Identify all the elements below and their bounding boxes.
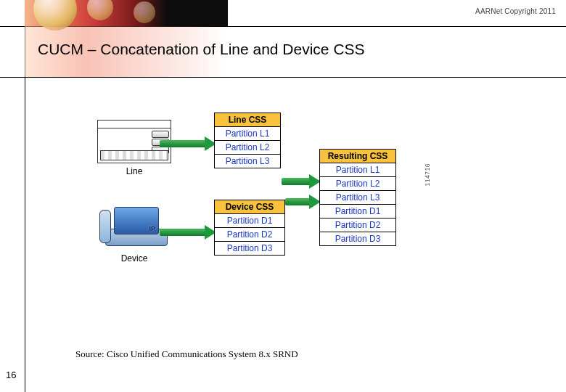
arrow-devicecss-to-result (285, 197, 321, 207)
partition-row: Partition L2 (215, 141, 280, 155)
figure-number: 114716 (424, 163, 432, 186)
partition-row: Partition D3 (215, 242, 284, 255)
partition-row: Partition D1 (215, 214, 284, 228)
partition-row: Partition D2 (320, 219, 395, 232)
resulting-css-block: Resulting CSS Partition L1 Partition L2 … (319, 149, 396, 246)
partition-row: Partition D3 (320, 232, 395, 245)
diagram: Line Device Line CSS Partition L1 Partit… (87, 113, 421, 279)
source-citation: Source: Cisco Unified Communications Sys… (75, 348, 298, 360)
line-css-header: Line CSS (215, 113, 280, 127)
partition-row: Partition L3 (215, 155, 280, 168)
partition-row: Partition L1 (320, 163, 395, 177)
partition-row: Partition D1 (320, 205, 395, 219)
device-css-block: Device CSS Partition D1 Partition D2 Par… (214, 200, 285, 256)
partition-row: Partition L1 (215, 127, 280, 141)
resulting-css-header: Resulting CSS (320, 150, 395, 163)
page-number: 16 (6, 369, 16, 380)
arrow-linecss-to-result (282, 176, 321, 187)
line-label: Line (87, 166, 181, 176)
device-css-header: Device CSS (215, 200, 284, 214)
partition-row: Partition L2 (320, 177, 395, 191)
bokeh-dot (134, 1, 155, 23)
arrow-line-to-linecss (160, 139, 216, 149)
device-label: Device (87, 253, 181, 264)
arrow-device-to-devicecss (160, 227, 216, 237)
copyright-text: AARNet Copyright 2011 (475, 7, 556, 15)
top-bar: AARNet Copyright 2011 (0, 0, 566, 27)
partition-row: Partition L3 (320, 191, 395, 205)
title-band: CUCM – Concatenation of Line and Device … (0, 26, 566, 78)
partition-row: Partition D2 (215, 228, 284, 242)
slide-title: CUCM – Concatenation of Line and Device … (38, 41, 365, 58)
line-css-block: Line CSS Partition L1 Partition L2 Parti… (214, 113, 281, 168)
